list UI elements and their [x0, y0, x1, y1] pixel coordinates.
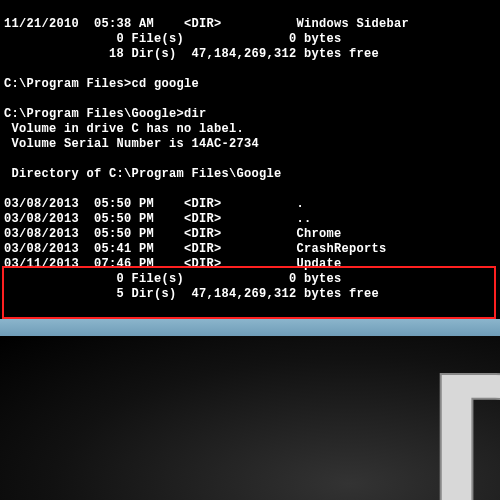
decorative-letter: D [426, 340, 500, 500]
terminal-line: 18 Dir(s) 47,184,269,312 bytes free [4, 47, 379, 61]
terminal-line: Directory of C:\Program Files\Google [4, 167, 282, 181]
terminal-line: 11/21/2010 05:38 AM <DIR> Windows Sideba… [4, 17, 409, 31]
terminal-line: 03/08/2013 05:50 PM <DIR> . [4, 197, 304, 211]
desktop-background [0, 336, 500, 500]
terminal-line: 5 Dir(s) 47,184,269,312 bytes free [4, 287, 379, 301]
terminal-line: C:\Program Files>cd google [4, 77, 199, 91]
terminal-line: 0 File(s) 0 bytes [4, 272, 342, 286]
terminal-line: Volume in drive C has no label. [4, 122, 244, 136]
terminal-line: 03/08/2013 05:41 PM <DIR> CrashReports [4, 242, 387, 256]
terminal-line: Volume Serial Number is 14AC-2734 [4, 137, 259, 151]
terminal-line: 03/11/2013 07:46 PM <DIR> Update [4, 257, 342, 271]
terminal-line: C:\Program Files\Google>dir [4, 107, 207, 121]
terminal-line: 0 File(s) 0 bytes [4, 32, 342, 46]
terminal-line: 03/08/2013 05:50 PM <DIR> Chrome [4, 227, 342, 241]
terminal-line: 03/08/2013 05:50 PM <DIR> .. [4, 212, 312, 226]
